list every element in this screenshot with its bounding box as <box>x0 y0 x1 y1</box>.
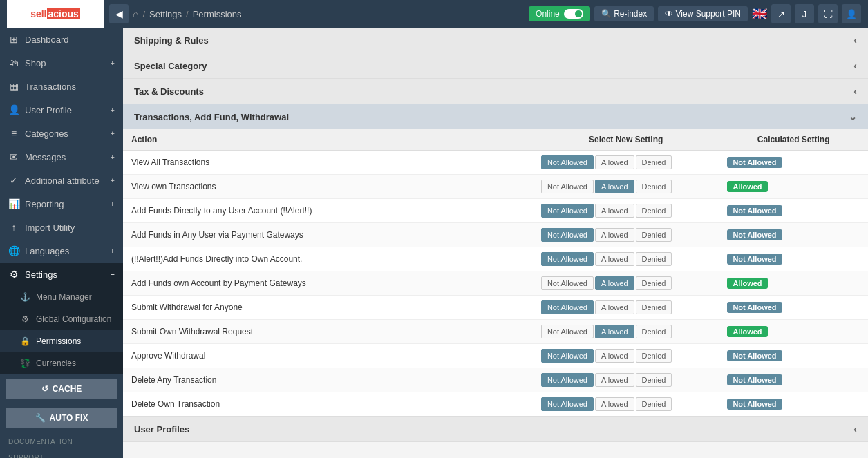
permission-btn-not-allowed[interactable]: Not Allowed <box>541 180 594 193</box>
sidebar-item-categories[interactable]: ≡ Categories + <box>0 122 123 145</box>
permission-btn-allowed[interactable]: Allowed <box>595 373 634 387</box>
permission-btn-not-allowed[interactable]: Not Allowed <box>541 373 594 387</box>
permission-btn-allowed[interactable]: Allowed <box>595 397 634 411</box>
user-profiles-chevron: ‹ <box>853 423 857 435</box>
permission-btn-denied[interactable]: Denied <box>636 325 672 338</box>
dashboard-icon: ⊞ <box>8 34 19 45</box>
calculated-setting-cell: Not Allowed <box>719 296 868 320</box>
online-toggle <box>564 9 583 19</box>
sidebar-item-currencies[interactable]: 💱 Currencies <box>0 352 123 374</box>
calc-badge: Not Allowed <box>727 205 782 216</box>
sidebar-item-user-profile[interactable]: 👤 User Profile + <box>0 98 123 122</box>
autofix-button[interactable]: 🔧 AUTO FIX <box>6 408 117 428</box>
permission-btn-allowed[interactable]: Allowed <box>595 204 634 218</box>
sidebar-item-reporting[interactable]: 📊 Reporting + <box>0 192 123 216</box>
user-profile-icon: 👤 <box>8 104 19 115</box>
permission-btn-denied[interactable]: Denied <box>636 276 672 290</box>
permission-btn-denied[interactable]: Denied <box>636 252 672 266</box>
permission-btn-not-allowed[interactable]: Not Allowed <box>541 155 594 169</box>
permission-btn-denied[interactable]: Denied <box>636 349 672 363</box>
sidebar-item-settings[interactable]: ⚙ Settings − <box>0 263 123 286</box>
content-area: Shipping & Rules ‹ Special Category ‹ Ta… <box>123 28 868 458</box>
sidebar-item-languages[interactable]: 🌐 Languages + <box>0 239 123 263</box>
permission-btn-not-allowed[interactable]: Not Allowed <box>541 325 594 338</box>
sidebar-item-additional-attribute[interactable]: ✓ Additional attribute + <box>0 169 123 192</box>
permission-btn-not-allowed[interactable]: Not Allowed <box>541 204 594 218</box>
table-row: Delete Own TransactionNot AllowedAllowed… <box>123 392 868 417</box>
tax-discounts-chevron: ‹ <box>853 86 857 97</box>
logo: sellacious <box>7 0 104 28</box>
col-header-action: Action <box>123 129 533 151</box>
reindex-button[interactable]: 🔍 Re-index <box>594 6 654 21</box>
permission-btn-denied[interactable]: Denied <box>636 300 672 314</box>
action-cell: Delete Any Transaction <box>123 368 533 392</box>
import-icon: ↑ <box>8 222 19 233</box>
permission-btn-denied[interactable]: Denied <box>636 180 672 193</box>
permission-btn-allowed[interactable]: Allowed <box>595 349 634 363</box>
permission-btn-allowed[interactable]: Allowed <box>595 276 634 290</box>
permission-btn-denied[interactable]: Denied <box>636 204 672 218</box>
permission-btn-not-allowed[interactable]: Not Allowed <box>541 397 594 411</box>
sidebar-item-import-utility[interactable]: ↑ Import Utility <box>0 216 123 239</box>
sidebar-item-shop[interactable]: 🛍 Shop + <box>0 51 123 75</box>
permission-btn-not-allowed[interactable]: Not Allowed <box>541 300 594 314</box>
permission-btn-denied[interactable]: Denied <box>636 397 672 411</box>
calculated-setting-cell: Not Allowed <box>719 392 868 417</box>
global-config-icon: ⚙ <box>19 314 30 324</box>
sidebar-item-transactions[interactable]: ▦ Transactions <box>0 75 123 98</box>
select-new-setting-cell: Not AllowedAllowedDenied <box>533 151 719 175</box>
action-cell: Approve Withdrawal <box>123 344 533 368</box>
user-profiles-header[interactable]: User Profiles ‹ <box>123 417 868 442</box>
cache-button[interactable]: ↺ CACHE <box>6 379 117 399</box>
permission-btn-not-allowed[interactable]: Not Allowed <box>541 349 594 363</box>
sidebar-item-menu-manager[interactable]: ⚓ Menu Manager <box>0 286 123 308</box>
sidebar-item-dashboard[interactable]: ⊞ Dashboard <box>0 28 123 51</box>
table-row: View All TransactionsNot AllowedAllowedD… <box>123 151 868 175</box>
calc-badge: Not Allowed <box>727 302 782 313</box>
transactions-section: Transactions, Add Fund, Withdrawal ⌄ Act… <box>123 104 868 417</box>
shipping-rules-header[interactable]: Shipping & Rules ‹ <box>123 28 868 53</box>
user-profile-expand-icon: + <box>111 106 115 114</box>
sidebar-item-messages[interactable]: ✉ Messages + <box>0 145 123 169</box>
autofix-icon: 🔧 <box>35 413 46 423</box>
joomla-button[interactable]: J <box>795 4 814 23</box>
flag-icon[interactable]: 🇬🇧 <box>752 6 767 21</box>
permission-btn-allowed[interactable]: Allowed <box>595 325 634 338</box>
calc-badge: Allowed <box>727 326 767 337</box>
languages-expand-icon: + <box>111 247 115 255</box>
action-cell: Add Funds own Account by Payment Gateway… <box>123 271 533 296</box>
back-button[interactable]: ◀ <box>109 4 129 23</box>
home-icon[interactable]: ⌂ <box>133 8 138 19</box>
permission-btn-not-allowed[interactable]: Not Allowed <box>541 252 594 266</box>
permission-btn-not-allowed[interactable]: Not Allowed <box>541 276 594 290</box>
transactions-section-header[interactable]: Transactions, Add Fund, Withdrawal ⌄ <box>123 104 868 129</box>
languages-icon: 🌐 <box>8 245 19 256</box>
sidebar-item-permissions[interactable]: 🔒 Permissions <box>0 330 123 352</box>
permission-btn-allowed[interactable]: Allowed <box>595 180 634 193</box>
special-category-header[interactable]: Special Category ‹ <box>123 53 868 79</box>
action-cell: Submit Own Withdrawal Request <box>123 320 533 344</box>
permission-btn-denied[interactable]: Denied <box>636 373 672 387</box>
settings-expand-icon: − <box>111 270 115 278</box>
permission-btn-not-allowed[interactable]: Not Allowed <box>541 228 594 242</box>
sidebar-item-global-configuration[interactable]: ⚙ Global Configuration <box>0 308 123 330</box>
select-new-setting-cell: Not AllowedAllowedDenied <box>533 247 719 271</box>
external-link-button[interactable]: ↗ <box>771 4 791 23</box>
breadcrumb-settings[interactable]: Settings <box>149 9 182 19</box>
permission-btn-allowed[interactable]: Allowed <box>595 252 634 266</box>
fullscreen-button[interactable]: ⛶ <box>818 4 838 23</box>
permission-btn-allowed[interactable]: Allowed <box>595 228 634 242</box>
calculated-setting-cell: Allowed <box>719 175 868 199</box>
support-pin-button[interactable]: 👁 View Support PIN <box>658 6 748 21</box>
permission-btn-allowed[interactable]: Allowed <box>595 300 634 314</box>
action-cell: Delete Own Transaction <box>123 392 533 417</box>
permission-btn-denied[interactable]: Denied <box>636 155 672 169</box>
user-menu-button[interactable]: 👤 <box>842 4 861 23</box>
tax-discounts-header[interactable]: Tax & Discounts ‹ <box>123 79 868 104</box>
permission-btn-denied[interactable]: Denied <box>636 228 672 242</box>
table-row: View own TransactionsNot AllowedAllowedD… <box>123 175 868 199</box>
online-button[interactable]: Online <box>529 6 590 21</box>
permission-btn-allowed[interactable]: Allowed <box>595 155 634 169</box>
table-row: Submit Own Withdrawal RequestNot Allowed… <box>123 320 868 344</box>
calc-badge: Allowed <box>727 278 767 289</box>
